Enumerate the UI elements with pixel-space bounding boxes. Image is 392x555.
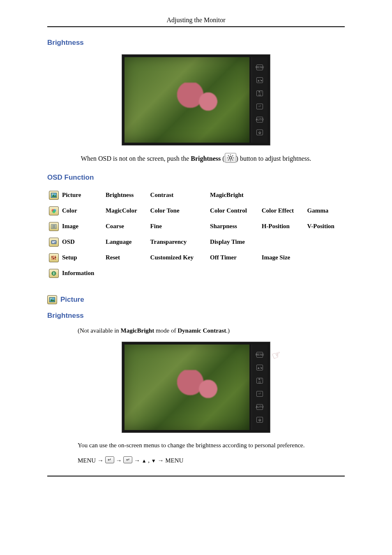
svg-rect-26 — [51, 257, 53, 257]
brightness-description: You can use the on-screen menus to chang… — [78, 442, 345, 449]
monitor-button-enter: ⏎ — [256, 391, 263, 397]
item: MagicBright — [208, 189, 260, 205]
text: mode of — [156, 327, 178, 334]
item — [260, 236, 306, 252]
table-row: OSD Language Transparency Display Time — [47, 236, 345, 252]
monitor-button-up: ▲/● — [256, 77, 263, 83]
item: H-Position — [260, 220, 306, 236]
header-rule — [47, 26, 345, 27]
item: Color Effect — [260, 205, 306, 220]
brightness-icon — [225, 153, 236, 163]
svg-line-6 — [232, 160, 233, 160]
svg-rect-22 — [52, 243, 54, 243]
item: Contrast — [149, 189, 208, 205]
item: Brightness — [104, 189, 149, 205]
svg-rect-30 — [53, 273, 54, 275]
enter-key-icon — [105, 456, 114, 463]
osd-icon — [49, 238, 59, 247]
section-heading-brightness-2: Brightness — [47, 312, 345, 320]
picture-icon — [47, 295, 57, 304]
text: ( — [221, 155, 224, 162]
text: .) — [226, 327, 230, 334]
page-header: Adjusting the Monitor — [47, 16, 345, 24]
item: Coarse — [104, 220, 149, 236]
table-row: Picture Brightness Contrast MagicBright — [47, 189, 345, 205]
svg-rect-27 — [53, 258, 55, 259]
svg-rect-20 — [51, 240, 56, 244]
monitor-screen-image — [125, 345, 249, 430]
section-heading-osd-function: OSD Function — [47, 173, 345, 182]
item: Display Time — [208, 236, 260, 252]
item: MagicColor — [104, 205, 149, 220]
monitor-button-down: ▼/⊡ — [256, 378, 263, 384]
section-heading-picture: Picture — [47, 295, 345, 304]
table-row: Setup Reset Customized Key Off Timer Ima… — [47, 252, 345, 267]
down-arrow-icon: ▼ — [151, 458, 156, 464]
text-bold: Brightness — [191, 155, 221, 162]
text: When OSD is not on the screen, push the — [81, 155, 191, 162]
svg-point-14 — [53, 210, 55, 213]
item: Color Control — [208, 205, 260, 220]
item: Language — [104, 236, 149, 252]
row-label: Picture — [60, 189, 104, 205]
seq-arrow: → — [114, 457, 124, 464]
row-label: Setup — [60, 252, 104, 267]
table-row: Information — [47, 267, 345, 283]
item: Fine — [149, 220, 208, 236]
brightness-note: (Not available in MagicBright mode of Dy… — [78, 327, 345, 334]
monitor-button-power: ⏻ — [256, 130, 263, 135]
row-label: Color — [60, 205, 104, 220]
svg-rect-21 — [52, 241, 55, 242]
item: Reset — [104, 252, 149, 267]
monitor-screen-image — [125, 57, 249, 143]
monitor-button-up: ▲/● — [256, 365, 263, 370]
monitor-button-auto: AUTO — [256, 404, 263, 410]
text-bold: MagicBright — [121, 327, 156, 334]
up-arrow-icon: ▲ — [142, 458, 147, 464]
item: Image Size — [260, 252, 306, 267]
item: Color Tone — [149, 205, 208, 220]
monitor-button-auto: AUTO — [256, 117, 263, 123]
item — [306, 189, 345, 205]
monitor-button-menu: MENU — [256, 65, 263, 70]
item: V-Position — [306, 220, 345, 236]
svg-line-7 — [228, 160, 229, 160]
menu-sequence: MENU → → → ▲ , ▼ → MENU — [78, 456, 345, 464]
monitor-button-power: ⏻ — [256, 417, 263, 423]
row-label: Information — [60, 267, 345, 283]
monitor-button-down: ▼/⊡ — [256, 90, 263, 96]
osd-function-table: Picture Brightness Contrast MagicBright … — [47, 189, 345, 283]
footer-rule — [47, 476, 345, 476]
color-icon — [49, 206, 59, 215]
heading-text: Picture — [60, 296, 84, 304]
setup-icon — [49, 253, 59, 262]
item — [306, 252, 345, 267]
seq-arrow: → — [96, 457, 105, 464]
image-icon — [49, 222, 59, 231]
text: (Not available in — [78, 327, 121, 334]
seq-arrow: → — [132, 457, 142, 464]
svg-line-5 — [228, 155, 229, 156]
svg-line-8 — [232, 155, 233, 156]
information-icon — [49, 269, 59, 278]
item — [306, 236, 345, 252]
section-heading-brightness: Brightness — [47, 39, 345, 47]
hand-pointer-icon: ☞ — [270, 348, 283, 363]
text: ) button to adjust brightness. — [236, 155, 311, 162]
monitor-illustration-2: MENU ▲/● ▼/⊡ ⏎ AUTO ⏻ — [122, 342, 270, 433]
item: Customized Key — [149, 252, 208, 267]
svg-rect-23 — [52, 256, 53, 260]
table-row: Image Coarse Fine Sharpness H-Position V… — [47, 220, 345, 236]
picture-icon — [49, 191, 59, 200]
monitor-side-buttons: MENU ▲/● ▼/⊡ ⏎ AUTO ⏻ — [251, 345, 267, 430]
monitor-side-buttons: MENU ▲/● ▼/⊡ ⏎ AUTO ⏻ — [251, 57, 267, 143]
svg-point-0 — [229, 157, 232, 159]
row-label: OSD — [60, 236, 104, 252]
seq-sep: , — [147, 457, 151, 464]
monitor-button-enter: ⏎ — [256, 104, 263, 109]
seq-final: → MENU — [156, 457, 184, 464]
item: Transparency — [149, 236, 208, 252]
item: Gamma — [306, 205, 345, 220]
item — [260, 189, 306, 205]
svg-point-11 — [52, 194, 53, 195]
